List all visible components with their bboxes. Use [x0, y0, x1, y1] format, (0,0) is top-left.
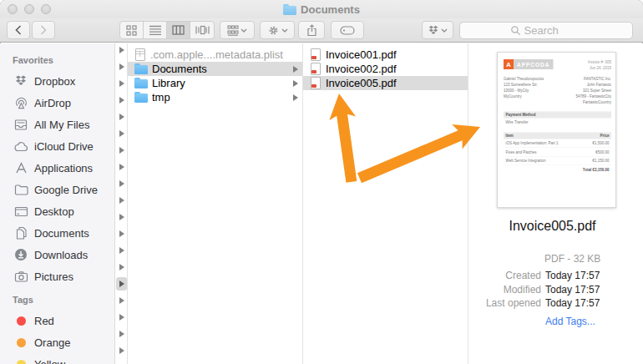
arrange-icon — [227, 25, 239, 36]
column-folders: .com.apple....metadata.plist Documents L… — [128, 43, 303, 364]
folder-row-tmp[interactable]: tmp — [128, 90, 302, 104]
coverflow-view-icon — [195, 25, 210, 35]
invoice-preview: A APPCODA Invoice #: 005 Jun 24, 2015 Ga… — [498, 53, 616, 208]
detail-row-modified: Modified Today 17:57 — [468, 283, 643, 297]
sidebar-tag-orange[interactable]: Orange — [0, 331, 114, 353]
invoice-meta: Invoice #: 005 Jun 24, 2015 — [588, 59, 611, 71]
folder-row-library[interactable]: Library — [128, 76, 302, 90]
tag-icon — [340, 26, 355, 35]
sidebar-item-desktop[interactable]: Desktop — [0, 200, 114, 222]
share-icon — [306, 24, 317, 37]
sidebar-item-label: All My Files — [34, 119, 89, 131]
disclosure-triangle-icon — [293, 80, 298, 87]
sidebar-section-favorites: Favorites — [0, 50, 114, 70]
sliver-disclosure-triangle — [119, 63, 124, 70]
sidebar-item-pictures[interactable]: Pictures — [0, 265, 114, 287]
pictures-icon — [13, 270, 28, 284]
column-sliver[interactable] — [115, 43, 128, 364]
file-row-invoice001[interactable]: Invoice001.pdf — [303, 48, 468, 62]
share-button[interactable] — [298, 21, 325, 39]
invoice-total: Total €3,150.00 — [504, 165, 611, 174]
sidebar-item-label: Orange — [34, 336, 70, 349]
sidebar-tag-yellow[interactable]: Yellow — [0, 353, 114, 364]
detail-row-created: Created Today 17:57 — [468, 269, 643, 283]
sidebar-item-all-my-files[interactable]: All My Files — [0, 114, 114, 135]
sliver-disclosure-triangle — [119, 47, 124, 53]
sidebar-item-downloads[interactable]: Downloads — [0, 244, 114, 265]
back-button[interactable] — [7, 21, 30, 39]
arrange-button[interactable] — [220, 21, 255, 39]
sliver-disclosure-triangle — [119, 114, 124, 120]
sidebar-tag-red[interactable]: Red — [0, 310, 114, 331]
sidebar-item-airdrop[interactable]: AirDrop — [0, 92, 114, 114]
add-tags-link[interactable]: Add Tags... — [545, 316, 595, 327]
sidebar-item-documents[interactable]: Documents — [0, 222, 114, 244]
sidebar-item-applications[interactable]: Applications — [0, 157, 114, 179]
sliver-disclosure-triangle — [119, 247, 124, 254]
titlebar: Documents — [0, 0, 643, 18]
sidebar-item-label: Pictures — [34, 270, 73, 283]
list-view-icon — [149, 25, 161, 35]
folder-name: tmp — [152, 91, 289, 104]
sidebar-item-google-drive[interactable]: Google Drive — [0, 179, 114, 200]
view-coverflow-button[interactable] — [190, 22, 214, 38]
column-files: Invoice001.pdf Invoice002.pdf Invoice005… — [303, 43, 468, 364]
invoice-number: Invoice #: 005 — [588, 59, 611, 65]
sliver-disclosure-triangle — [119, 164, 124, 170]
sidebar-item-dropbox[interactable]: Dropbox — [0, 70, 114, 92]
folder-row-documents[interactable]: Documents — [128, 62, 302, 76]
view-switcher — [119, 21, 215, 39]
invoice-payment-header: Payment Method — [504, 111, 611, 118]
sidebar-item-label: Documents — [34, 227, 89, 240]
folder-icon — [134, 78, 148, 88]
sidebar-item-label: Google Drive — [34, 184, 98, 196]
applications-icon — [13, 161, 28, 175]
disclosure-triangle-icon — [293, 66, 298, 73]
sliver-disclosure-triangle — [119, 264, 124, 270]
folder-name: Documents — [152, 63, 289, 75]
sliver-disclosure-triangle — [119, 147, 124, 154]
documents-icon — [13, 226, 28, 240]
dropbox-icon — [13, 74, 28, 88]
folder-proxy-icon — [283, 4, 296, 15]
desktop-icon — [13, 205, 28, 219]
file-name: .com.apple....metadata.plist — [150, 48, 302, 61]
invoice-logo: A APPCODA — [504, 59, 554, 69]
sidebar: Favorites Dropbox AirDrop All My Files i… — [0, 43, 115, 364]
file-name: Invoice001.pdf — [326, 48, 468, 61]
folder-name: Library — [152, 77, 289, 89]
edit-tags-button[interactable] — [331, 21, 364, 39]
sidebar-item-label: Yellow — [34, 358, 65, 364]
sidebar-item-label: Dropbox — [34, 75, 75, 88]
search-input[interactable] — [524, 24, 583, 37]
action-button[interactable] — [260, 21, 295, 39]
sidebar-item-icloud-drive[interactable]: iCloud Drive — [0, 135, 114, 157]
sidebar-item-label: Downloads — [34, 249, 88, 261]
sliver-disclosure-triangle — [119, 214, 124, 220]
finder-window: Documents — [0, 0, 643, 364]
disclosure-triangle-icon — [293, 94, 298, 101]
search-field[interactable] — [459, 22, 633, 39]
view-columns-button[interactable] — [167, 22, 190, 38]
sidebar-item-label: iCloud Drive — [34, 140, 94, 153]
invoice-line-item: Fixes and Patches€500.00 — [504, 148, 611, 157]
sidebar-item-label: AirDrop — [34, 97, 71, 109]
chevron-right-icon — [39, 25, 48, 35]
search-icon — [510, 25, 521, 36]
folder-icon — [134, 92, 148, 103]
sliver-disclosure-triangle — [119, 197, 124, 204]
view-icons-button[interactable] — [120, 22, 144, 38]
invoice-table-header: Item Price — [504, 132, 611, 139]
dropbox-toolbar-button[interactable] — [422, 21, 453, 39]
dropbox-icon — [428, 25, 439, 36]
folder-icon — [134, 63, 148, 74]
finder-body: Favorites Dropbox AirDrop All My Files i… — [0, 43, 643, 364]
pdf-preview-thumbnail[interactable]: A APPCODA Invoice #: 005 Jun 24, 2015 Ga… — [497, 52, 616, 208]
invoice-recipient-address: FANTASTIC Inc. John Fantastic 321 Super … — [575, 77, 611, 106]
file-row-plist[interactable]: .com.apple....metadata.plist — [128, 48, 302, 62]
view-list-button[interactable] — [144, 22, 167, 38]
file-row-invoice005[interactable]: Invoice005.pdf — [303, 76, 468, 90]
forward-button[interactable] — [32, 21, 55, 39]
file-row-invoice002[interactable]: Invoice002.pdf — [303, 62, 468, 76]
invoice-payment-method: Wire Transfer — [504, 118, 611, 126]
